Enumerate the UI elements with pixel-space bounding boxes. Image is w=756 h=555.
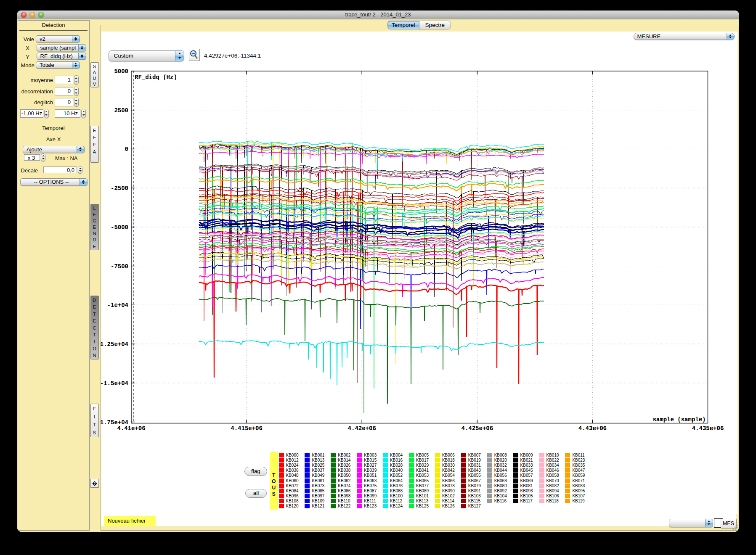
svg-text:RF_didq (Hz): RF_didq (Hz): [135, 74, 177, 81]
svg-text:4.42e+06: 4.42e+06: [347, 425, 376, 432]
svg-text:5000: 5000: [114, 68, 128, 75]
svg-text:2500: 2500: [114, 107, 128, 114]
svg-text:sample (sample): sample (sample): [653, 416, 706, 423]
svg-text:-5000: -5000: [110, 224, 128, 231]
svg-text:-1.5e+04: -1.5e+04: [100, 380, 128, 387]
svg-text:4.415e+06: 4.415e+06: [231, 425, 263, 432]
svg-text:4.435e+06: 4.435e+06: [692, 425, 724, 432]
svg-text:-2500: -2500: [110, 185, 128, 192]
svg-text:0: 0: [125, 146, 128, 153]
svg-text:4.425e+06: 4.425e+06: [461, 425, 493, 432]
svg-text:-1e+04: -1e+04: [107, 302, 128, 309]
svg-text:-1.25e+04: -1.25e+04: [96, 341, 128, 348]
svg-text:-7500: -7500: [110, 263, 128, 270]
svg-text:4.41e+06: 4.41e+06: [117, 425, 145, 432]
svg-text:4.43e+06: 4.43e+06: [578, 425, 606, 432]
